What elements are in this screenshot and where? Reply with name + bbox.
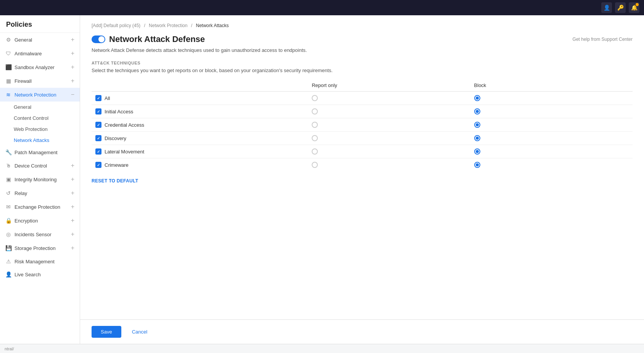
sidebar-label-relay: Relay: [14, 190, 27, 196]
sidebar: Policies ⚙ General + 🛡 Antimalware + ⬛ S…: [0, 15, 80, 344]
general-expand-icon[interactable]: +: [71, 36, 74, 43]
network-protection-icon: ≋: [5, 92, 11, 98]
sidebar-item-exchange-protection[interactable]: ✉ Exchange Protection +: [0, 200, 80, 214]
integrity-expand-icon[interactable]: +: [71, 176, 74, 183]
encryption-expand-icon[interactable]: +: [71, 217, 74, 224]
technique-name-crimeware: Crimeware: [105, 162, 129, 168]
col-header-block: Block: [470, 79, 633, 92]
sidebar-item-incidents-sensor[interactable]: ◎ Incidents Sensor +: [0, 227, 80, 241]
storage-expand-icon[interactable]: +: [71, 245, 74, 251]
col-header-report: Report only: [308, 79, 470, 92]
relay-icon: ↺: [5, 190, 11, 196]
sidebar-item-risk-management[interactable]: ⚠ Risk Management: [0, 255, 80, 268]
sidebar-item-patch-management[interactable]: 🔧 Patch Management: [0, 146, 80, 159]
device-control-icon: 🖱: [5, 163, 11, 169]
page-header-left: Network Attack Defense: [92, 34, 205, 44]
radio-report-crimeware[interactable]: [312, 162, 318, 168]
radio-report-credential-access[interactable]: [312, 122, 318, 128]
checkbox-crimeware[interactable]: [95, 162, 101, 168]
table-row: Lateral Movement: [92, 145, 633, 158]
checkbox-discovery[interactable]: [95, 135, 101, 141]
page-description: Network Attack Defense detects attack te…: [92, 47, 633, 53]
checkbox-initial-access[interactable]: [95, 108, 101, 114]
sidebar-sub-item-np-general[interactable]: General: [14, 102, 80, 113]
sidebar-label-exchange: Exchange Protection: [14, 204, 60, 210]
radio-report-lateral-movement[interactable]: [312, 148, 318, 155]
sandbox-expand-icon[interactable]: +: [71, 64, 74, 71]
sidebar-item-relay[interactable]: ↺ Relay +: [0, 186, 80, 200]
firewall-icon: ▦: [5, 78, 11, 84]
sandbox-icon: ⬛: [5, 64, 11, 70]
incidents-expand-icon[interactable]: +: [71, 231, 74, 238]
device-control-expand-icon[interactable]: +: [71, 162, 74, 169]
firewall-expand-icon[interactable]: +: [71, 77, 74, 84]
general-icon: ⚙: [5, 37, 11, 43]
sidebar-sub-item-network-attacks[interactable]: Network Attacks: [14, 135, 80, 146]
page-header: Network Attack Defense Get help from Sup…: [92, 34, 633, 44]
sidebar-item-live-search[interactable]: 👤 Live Search: [0, 268, 80, 281]
checkbox-lateral-movement[interactable]: [95, 148, 101, 155]
radio-block-lateral-movement[interactable]: [474, 148, 480, 155]
reset-to-default-button[interactable]: RESET TO DEFAULT: [92, 178, 138, 184]
sidebar-item-antimalware[interactable]: 🛡 Antimalware +: [0, 47, 80, 60]
main-content: [Add] Default policy (45) / Network Prot…: [80, 15, 644, 319]
sidebar-item-encryption[interactable]: 🔒 Encryption +: [0, 214, 80, 227]
radio-block-discovery[interactable]: [474, 135, 480, 141]
sidebar-label-storage: Storage Protection: [14, 245, 56, 251]
checkbox-all[interactable]: [95, 95, 101, 101]
storage-icon: 💾: [5, 245, 11, 251]
sidebar-item-general[interactable]: ⚙ General +: [0, 33, 80, 47]
technique-name-lateral-movement: Lateral Movement: [105, 149, 144, 155]
relay-expand-icon[interactable]: +: [71, 190, 74, 197]
key-icon[interactable]: 🔑: [615, 2, 626, 13]
patch-icon: 🔧: [5, 149, 11, 155]
sidebar-item-device-control[interactable]: 🖱 Device Control +: [0, 159, 80, 172]
sidebar-label-incidents: Incidents Sensor: [14, 232, 52, 237]
radio-block-credential-access[interactable]: [474, 122, 480, 128]
sidebar-label-patch: Patch Management: [14, 150, 58, 155]
incidents-icon: ◎: [5, 231, 11, 237]
breadcrumb-current: Network Attacks: [196, 23, 229, 28]
sidebar-label-general: General: [14, 37, 32, 43]
sidebar-sub-item-web-protection[interactable]: Web Protection: [14, 124, 80, 135]
antimalware-expand-icon[interactable]: +: [71, 50, 74, 57]
col-header-name: [92, 79, 308, 92]
user-icon[interactable]: 👤: [601, 2, 612, 13]
integrity-icon: ▣: [5, 176, 11, 182]
sidebar-item-network-protection[interactable]: ≋ Network Protection −: [0, 88, 80, 102]
table-row: All: [92, 92, 633, 105]
sidebar-item-firewall[interactable]: ▦ Firewall +: [0, 74, 80, 88]
breadcrumb-part-1: [Add] Default policy (45): [92, 23, 140, 28]
technique-table: Report only Block AllInitial AccessCrede…: [92, 79, 633, 171]
sidebar-item-storage-protection[interactable]: 💾 Storage Protection +: [0, 241, 80, 255]
network-protection-expand-icon[interactable]: −: [71, 91, 74, 98]
cancel-button[interactable]: Cancel: [126, 326, 153, 338]
sidebar-label-risk: Risk Management: [14, 259, 55, 264]
radio-report-discovery[interactable]: [312, 135, 318, 141]
status-text: ntral/: [5, 347, 14, 351]
save-button[interactable]: Save: [92, 326, 121, 338]
sidebar-label-network-protection: Network Protection: [14, 92, 56, 98]
help-link[interactable]: Get help from Support Center: [573, 37, 633, 42]
network-attack-defense-toggle[interactable]: [92, 35, 105, 43]
sidebar-label-encryption: Encryption: [14, 218, 38, 224]
breadcrumb-sep-2: /: [191, 23, 194, 28]
sidebar-item-sandbox-analyzer[interactable]: ⬛ Sandbox Analyzer +: [0, 60, 80, 74]
technique-name-credential-access: Credential Access: [105, 122, 144, 128]
radio-block-crimeware[interactable]: [474, 162, 480, 168]
sidebar-item-integrity-monitoring[interactable]: ▣ Integrity Monitoring +: [0, 172, 80, 186]
network-protection-submenu: General Content Control Web Protection N…: [0, 102, 80, 146]
radio-report-initial-access[interactable]: [312, 108, 318, 114]
exchange-expand-icon[interactable]: +: [71, 203, 74, 210]
sidebar-label-firewall: Firewall: [14, 78, 32, 84]
main-area: [Add] Default policy (45) / Network Prot…: [80, 15, 644, 344]
bell-icon[interactable]: 🔔: [629, 2, 639, 13]
topbar: 👤 🔑 🔔: [0, 0, 644, 15]
technique-name-initial-access: Initial Access: [105, 109, 133, 114]
sidebar-sub-item-content-control[interactable]: Content Control: [14, 113, 80, 124]
radio-block-all[interactable]: [474, 95, 480, 101]
footer-actions: Save Cancel: [80, 319, 644, 344]
checkbox-credential-access[interactable]: [95, 122, 101, 128]
radio-report-all[interactable]: [312, 95, 318, 101]
radio-block-initial-access[interactable]: [474, 108, 480, 114]
